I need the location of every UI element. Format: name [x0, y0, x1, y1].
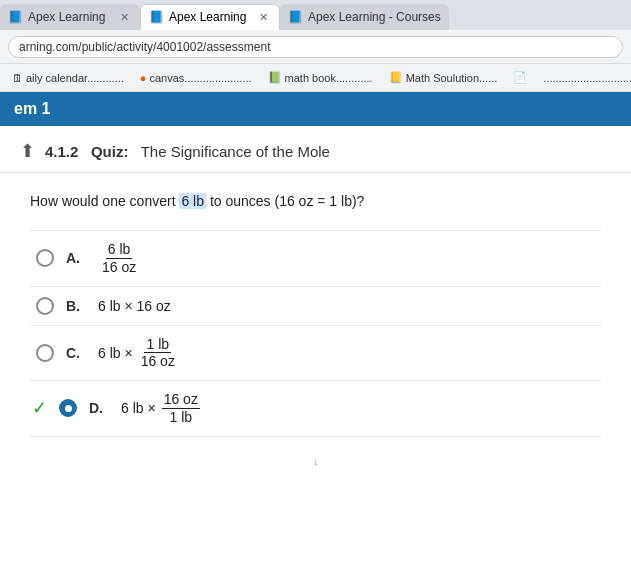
options-list: A. 6 lb 16 oz B. 6 lb × 16 oz C. 6 lb × … — [30, 230, 601, 437]
bookmark-mathsolution-label: Math Soulution...... — [406, 72, 498, 84]
quiz-type: Quiz: — [91, 143, 129, 160]
bookmark-mathbook[interactable]: 📗 math book............ — [262, 69, 379, 86]
option-c-fraction: 1 lb 16 oz — [139, 336, 177, 371]
question-highlight: 6 lb — [179, 193, 206, 209]
option-c[interactable]: C. 6 lb × 1 lb 16 oz — [30, 325, 601, 381]
bookmark-doc[interactable]: 📄 — [507, 69, 533, 86]
option-c-denominator: 16 oz — [139, 353, 177, 370]
next-item-hint: ↓ — [30, 437, 601, 472]
option-d-denominator: 1 lb — [167, 409, 194, 426]
option-a-content: 6 lb 16 oz — [98, 241, 140, 276]
tab-2-label: Apex Learning — [169, 10, 250, 24]
option-a-fraction: 6 lb 16 oz — [100, 241, 138, 276]
option-c-label: C. — [66, 345, 86, 361]
option-d-prefix: 6 lb × — [121, 400, 156, 416]
tab-2-close[interactable]: ✕ — [256, 10, 271, 25]
address-input[interactable] — [8, 36, 623, 58]
option-a[interactable]: A. 6 lb 16 oz — [30, 230, 601, 286]
question-text-after: to ounces (16 oz = 1 lb)? — [206, 193, 364, 209]
tab-3[interactable]: 📘 Apex Learning - Courses — [280, 4, 449, 30]
bookmark-more-label: .............................. — [543, 72, 631, 84]
back-icon[interactable]: ⬆ — [20, 140, 35, 162]
question-text-before: How would one convert — [30, 193, 179, 209]
canvas-icon: ● — [140, 72, 147, 84]
checkmark-icon: ✓ — [32, 397, 47, 419]
radio-c[interactable] — [36, 344, 54, 362]
question-area: How would one convert 6 lb to ounces (16… — [0, 173, 631, 482]
option-a-numerator: 6 lb — [106, 241, 133, 259]
option-a-label: A. — [66, 250, 86, 266]
option-d-label: D. — [89, 400, 109, 416]
tab-1-label: Apex Learning — [28, 10, 111, 24]
header-bar: em 1 — [0, 92, 631, 126]
option-b[interactable]: B. 6 lb × 16 oz — [30, 286, 601, 325]
radio-b[interactable] — [36, 297, 54, 315]
radio-d[interactable] — [59, 399, 77, 417]
bookmark-canvas-label: canvas...................... — [149, 72, 251, 84]
tab-2[interactable]: 📘 Apex Learning ✕ — [140, 4, 280, 30]
bookmarks-bar: 🗓 aily calendar............ ● canvas....… — [0, 64, 631, 92]
mathbook-icon: 📗 — [268, 71, 282, 84]
item-number-label: em 1 — [14, 100, 50, 118]
mathsolution-icon: 📒 — [389, 71, 403, 84]
bookmark-calendar[interactable]: 🗓 aily calendar............ — [6, 70, 130, 86]
option-d[interactable]: ✓ D. 6 lb × 16 oz 1 lb — [30, 380, 601, 437]
question-text: How would one convert 6 lb to ounces (16… — [30, 191, 601, 212]
quiz-title-bar: ⬆ 4.1.2 Quiz: The Significance of the Mo… — [0, 126, 631, 173]
tab-bar: 📘 Apex Learning ✕ 📘 Apex Learning ✕ 📘 Ap… — [0, 0, 631, 30]
tab-2-favicon: 📘 — [149, 10, 163, 24]
radio-a[interactable] — [36, 249, 54, 267]
tab-1[interactable]: 📘 Apex Learning ✕ — [0, 4, 140, 30]
doc-icon: 📄 — [513, 71, 527, 84]
tab-1-favicon: 📘 — [8, 10, 22, 24]
option-b-content: 6 lb × 16 oz — [98, 298, 171, 314]
option-d-fraction: 16 oz 1 lb — [162, 391, 200, 426]
bookmark-canvas[interactable]: ● canvas...................... — [134, 70, 258, 86]
bookmark-mathbook-label: math book............ — [285, 72, 373, 84]
calendar-icon: 🗓 — [12, 72, 23, 84]
tab-1-close[interactable]: ✕ — [117, 10, 132, 25]
option-a-denominator: 16 oz — [100, 259, 138, 276]
option-c-numerator: 1 lb — [144, 336, 171, 354]
option-d-numerator: 16 oz — [162, 391, 200, 409]
bookmark-more[interactable]: .............................. — [537, 70, 631, 86]
bookmark-calendar-label: aily calendar............ — [26, 72, 124, 84]
option-c-prefix: 6 lb × — [98, 345, 133, 361]
tab-3-label: Apex Learning - Courses — [308, 10, 441, 24]
quiz-title-text: The Significance of the Mole — [141, 143, 330, 160]
address-bar — [0, 30, 631, 64]
tab-3-favicon: 📘 — [288, 10, 302, 24]
option-d-content: 6 lb × 16 oz 1 lb — [121, 391, 202, 426]
option-c-content: 6 lb × 1 lb 16 oz — [98, 336, 179, 371]
quiz-title: 4.1.2 Quiz: The Significance of the Mole — [45, 143, 330, 160]
option-b-label: B. — [66, 298, 86, 314]
quiz-section: 4.1.2 — [45, 143, 78, 160]
bookmark-mathsolution[interactable]: 📒 Math Soulution...... — [383, 69, 504, 86]
